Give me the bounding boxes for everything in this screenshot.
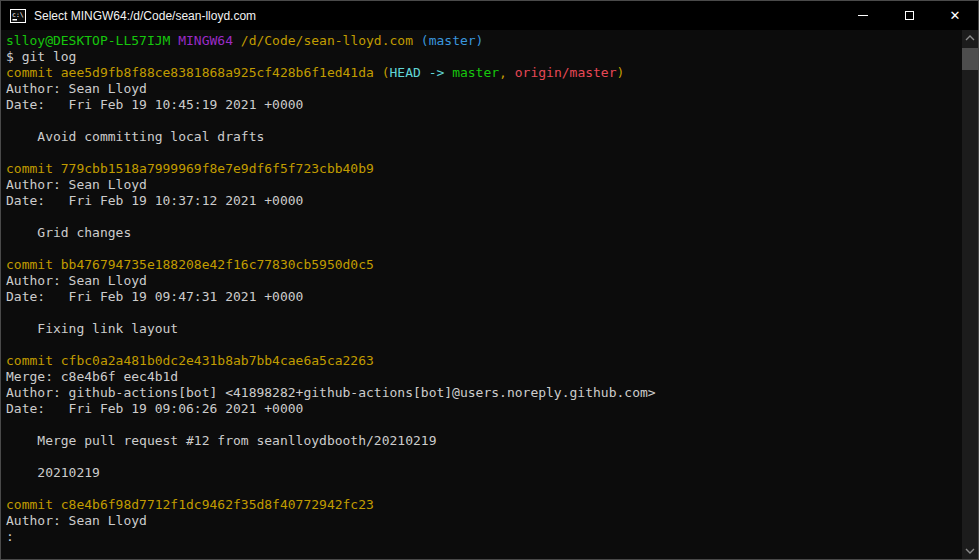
console-icon[interactable]: c:\ (10, 9, 26, 23)
terminal-line: Grid changes (6, 225, 962, 241)
close-button[interactable]: ✕ (932, 1, 978, 30)
terminal-line: Merge: c8e4b6f eec4b1d (6, 369, 962, 385)
terminal-window: c:\ Select MINGW64:/d/Code/sean-lloyd.co… (0, 0, 979, 560)
terminal-line (6, 113, 962, 129)
terminal-line: Avoid committing local drafts (6, 129, 962, 145)
maximize-icon (905, 11, 914, 20)
terminal-line: Date: Fri Feb 19 09:06:26 2021 +0000 (6, 401, 962, 417)
maximize-button[interactable] (886, 1, 932, 30)
terminal-line: Author: Sean Lloyd (6, 513, 962, 529)
window-controls: ✕ (840, 1, 978, 30)
terminal-line: Author: Sean Lloyd (6, 81, 962, 97)
terminal-line: commit 779cbb1518a7999969f8e7e9df6f5f723… (6, 161, 962, 177)
terminal-line: Author: github-actions[bot] <41898282+gi… (6, 385, 962, 401)
scroll-up-button[interactable] (962, 30, 978, 46)
terminal-line: Author: Sean Lloyd (6, 273, 962, 289)
title-bar[interactable]: c:\ Select MINGW64:/d/Code/sean-lloyd.co… (1, 1, 978, 30)
window-title: Select MINGW64:/d/Code/sean-lloyd.com (34, 9, 840, 23)
terminal-line: Date: Fri Feb 19 10:45:19 2021 +0000 (6, 97, 962, 113)
terminal-line: commit cfbc0a2a481b0dc2e431b8ab7bb4cae6a… (6, 353, 962, 369)
terminal-line: $ git log (6, 49, 962, 65)
terminal-line (6, 417, 962, 433)
scrollbar-thumb[interactable] (962, 48, 978, 70)
scroll-down-button[interactable] (962, 543, 978, 559)
terminal-line (6, 481, 962, 497)
terminal-line: Date: Fri Feb 19 09:47:31 2021 +0000 (6, 289, 962, 305)
terminal-line: commit aee5d9fb8f88ce8381868a925cf428b6f… (6, 65, 962, 81)
close-icon: ✕ (950, 9, 961, 22)
terminal-line: : (6, 529, 962, 545)
terminal-line (6, 337, 962, 353)
terminal-line: commit bb476794735e188208e42f16c77830cb5… (6, 257, 962, 273)
terminal-line (6, 145, 962, 161)
terminal-line (6, 305, 962, 321)
terminal-line (6, 449, 962, 465)
minimize-icon (858, 15, 868, 16)
terminal-line: Merge pull request #12 from seanlloydboo… (6, 433, 962, 449)
terminal-line: slloy@DESKTOP-LL57IJM MINGW64 /d/Code/se… (6, 33, 962, 49)
terminal-line: commit c8e4b6f98d7712f1dc9462f35d8f40772… (6, 497, 962, 513)
terminal-line (6, 209, 962, 225)
chevron-up-icon (965, 35, 975, 41)
scrollbar[interactable] (962, 30, 978, 559)
terminal-line: Fixing link layout (6, 321, 962, 337)
terminal-line: Author: Sean Lloyd (6, 177, 962, 193)
terminal-line: 20210219 (6, 465, 962, 481)
svg-text:c:\: c:\ (12, 11, 24, 19)
terminal-line (6, 241, 962, 257)
chevron-down-icon (965, 548, 975, 554)
minimize-button[interactable] (840, 1, 886, 30)
terminal-output[interactable]: slloy@DESKTOP-LL57IJM MINGW64 /d/Code/se… (1, 30, 962, 559)
terminal-line: Date: Fri Feb 19 10:37:12 2021 +0000 (6, 193, 962, 209)
